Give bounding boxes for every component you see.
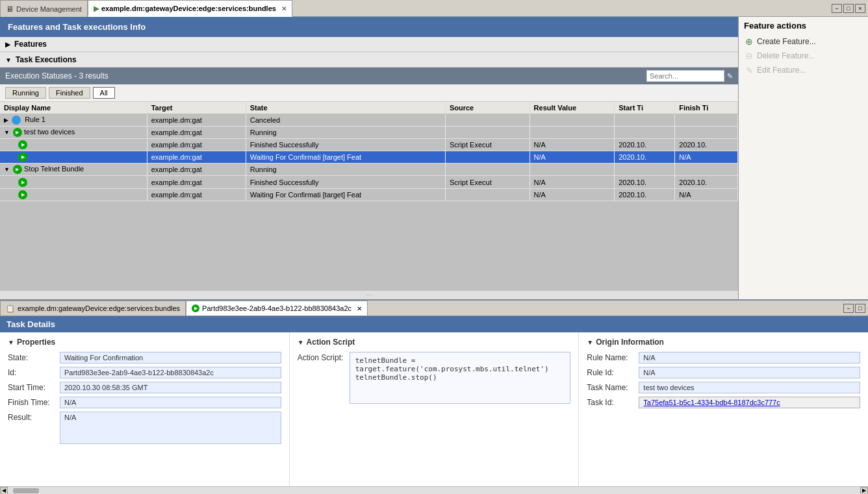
cell-result bbox=[530, 164, 615, 176]
cell-display-name: ▶ 🌐 Rule 1 bbox=[0, 114, 147, 127]
properties-column: ▼ Properties State: Waiting For Confirma… bbox=[0, 332, 290, 486]
play-icon-green: ▶ bbox=[13, 128, 22, 137]
table-row[interactable]: ▶ example.dm:gat Finished Successfully S… bbox=[0, 176, 738, 188]
action-script-field-label: Action Script: bbox=[298, 352, 350, 362]
tab-gateway[interactable]: ▶ example.dm:gatewayDevice:edge:services… bbox=[88, 0, 292, 17]
bottom-maximize-button[interactable]: □ bbox=[855, 304, 865, 313]
task-details-header: Task Details bbox=[0, 316, 868, 332]
scroll-right-button[interactable]: ▶ bbox=[860, 487, 868, 495]
cell-source: Script Execut bbox=[445, 176, 530, 188]
expand-arrow[interactable]: ▶ bbox=[4, 117, 8, 123]
delete-feature-item[interactable]: ⊖ Delete Feature... bbox=[739, 49, 868, 63]
cell-target: example.dm:gat bbox=[147, 164, 246, 176]
col-display-name: Display Name bbox=[0, 102, 147, 114]
scroll-left-button[interactable]: ◀ bbox=[0, 487, 8, 495]
search-input[interactable] bbox=[646, 70, 724, 82]
origin-task-id-value[interactable]: Ta75efa51-b5c1-4334-bdb4-8187dc3c777c bbox=[639, 397, 860, 408]
restore-button[interactable]: □ bbox=[843, 4, 854, 13]
prop-result-label: Result: bbox=[8, 412, 60, 422]
origin-rule-id-label: Rule Id: bbox=[587, 367, 639, 377]
action-script-label: Action Script bbox=[307, 338, 355, 347]
create-feature-item[interactable]: ⊕ Create Feature... bbox=[739, 34, 868, 49]
table-section: Execution Statuses - 3 results ✎ Running… bbox=[0, 68, 738, 299]
task-executions-section: ▼ Task Executions Execution Statuses - 3… bbox=[0, 53, 738, 299]
task-details-title: Task Details bbox=[6, 319, 55, 329]
bottom-tab-gateway[interactable]: 📋 example.dm:gatewayDevice:edge:services… bbox=[0, 301, 186, 315]
cell-state: Running bbox=[246, 127, 445, 139]
bottom-tab-task[interactable]: ▶ Partd983e3ee-2ab9-4ae3-b122-bb8830843a… bbox=[186, 301, 368, 315]
action-script-header: ▼ Action Script bbox=[298, 338, 571, 347]
scrollbar-thumb[interactable] bbox=[13, 488, 39, 493]
tab-close-button[interactable]: ✕ bbox=[281, 5, 287, 12]
col-state: State bbox=[246, 102, 445, 114]
task-executions-header[interactable]: ▼ Task Executions bbox=[0, 53, 738, 68]
prop-state-row: State: Waiting For Confirmation bbox=[8, 352, 281, 364]
bottom-minimize-button[interactable]: − bbox=[843, 304, 854, 313]
cell-result: N/A bbox=[530, 176, 615, 188]
tab-device-management[interactable]: 🖥 Device Management bbox=[0, 0, 88, 17]
device-mgmt-icon: 🖥 bbox=[6, 5, 14, 14]
prop-state-value: Waiting For Confirmation bbox=[60, 352, 281, 364]
cell-state: Finished Successfully bbox=[246, 139, 445, 151]
execution-statuses-label: Execution Statuses - 3 results bbox=[5, 71, 108, 80]
features-collapse-arrow: ▶ bbox=[5, 41, 10, 48]
prop-state-label: State: bbox=[8, 352, 60, 362]
bottom-scrollbar[interactable]: ▶ ◀ bbox=[0, 486, 868, 494]
bottom-window-controls: − □ bbox=[843, 301, 868, 315]
action-script-collapse-arrow: ▼ bbox=[298, 339, 304, 346]
cell-target: example.dm:gat bbox=[147, 188, 246, 201]
bottom-tab2-close[interactable]: ✕ bbox=[357, 305, 362, 312]
table-row[interactable]: ▼ ▶ Stop Telnet Bundle example.dm:gat Ru… bbox=[0, 164, 738, 176]
col-target: Target bbox=[147, 102, 246, 114]
delete-feature-icon: ⊖ bbox=[744, 51, 754, 61]
cell-state: Finished Successfully bbox=[246, 176, 445, 188]
prop-starttime-row: Start Time: 2020.10.30 08:58:35 GMT bbox=[8, 382, 281, 393]
properties-header: ▼ Properties bbox=[8, 338, 281, 347]
task-details-panel: Task Details ▼ Properties State: Waiting… bbox=[0, 316, 868, 486]
cell-display-name: ▶ bbox=[0, 188, 147, 201]
bottom-section: 📋 example.dm:gatewayDevice:edge:services… bbox=[0, 299, 868, 494]
play-icon-child2: ▶ bbox=[18, 178, 27, 187]
origin-rule-name-row: Rule Name: N/A bbox=[587, 352, 860, 364]
origin-task-id-row: Task Id: Ta75efa51-b5c1-4334-bdb4-8187dc… bbox=[587, 397, 860, 408]
cell-display-name: ▶ bbox=[0, 139, 147, 151]
cell-start: 2020.10. bbox=[615, 176, 675, 188]
cell-source bbox=[445, 164, 530, 176]
cell-target: example.dm:gat bbox=[147, 114, 246, 127]
filter-finished-button[interactable]: Finished bbox=[49, 87, 90, 99]
col-finish-time: Finish Ti bbox=[675, 102, 738, 114]
panel-title: Features and Task executions Info bbox=[8, 22, 146, 32]
table-row[interactable]: ▶ 🌐 Rule 1 example.dm:gat Canceled bbox=[0, 114, 738, 127]
col-source: Source bbox=[445, 102, 530, 114]
cell-start bbox=[615, 164, 675, 176]
table-row-selected[interactable]: ▶ example.dm:gat Waiting For Confirmati … bbox=[0, 151, 738, 164]
main-panel-header: Features and Task executions Info bbox=[0, 17, 738, 37]
table-row[interactable]: ▶ example.dm:gat Finished Successfully S… bbox=[0, 139, 738, 151]
prop-id-value: Partd983e3ee-2ab9-4ae3-b122-bb8830843a2c bbox=[60, 367, 281, 378]
edit-feature-item[interactable]: ✎ Edit Feature... bbox=[739, 63, 868, 77]
table-row[interactable]: ▶ example.dm:gat Waiting For Confirmati … bbox=[0, 188, 738, 201]
origin-info-header: ▼ Origin Information bbox=[587, 338, 860, 347]
play-icon-child: ▶ bbox=[18, 140, 27, 149]
expand-arrow[interactable]: ▼ bbox=[4, 166, 10, 173]
row-rule1-name: Rule 1 bbox=[25, 116, 45, 123]
delete-feature-label: Delete Feature... bbox=[757, 51, 815, 60]
clear-search-icon[interactable]: ✎ bbox=[727, 72, 733, 80]
action-script-column: ▼ Action Script Action Script: telnetBun… bbox=[290, 332, 580, 486]
features-header[interactable]: ▶ Features bbox=[0, 37, 738, 52]
prop-finishtime-row: Finish Time: N/A bbox=[8, 397, 281, 408]
minimize-button[interactable]: − bbox=[832, 4, 842, 13]
table-row[interactable]: ▼ ▶ test two devices example.dm:gat Runn… bbox=[0, 127, 738, 139]
origin-info-label: Origin Information bbox=[596, 338, 664, 347]
cell-target: example.dm:gat bbox=[147, 151, 246, 164]
cell-display-name: ▶ bbox=[0, 176, 147, 188]
tab-bar: 🖥 Device Management ▶ example.dm:gateway… bbox=[0, 0, 868, 17]
filter-all-button[interactable]: All bbox=[93, 87, 115, 99]
col-start-time: Start Ti bbox=[615, 102, 675, 114]
expand-arrow[interactable]: ▼ bbox=[4, 129, 10, 136]
filter-running-button[interactable]: Running bbox=[5, 87, 46, 99]
cell-finish bbox=[675, 164, 738, 176]
cell-state: Canceled bbox=[246, 114, 445, 127]
window-close-button[interactable]: × bbox=[855, 4, 865, 13]
origin-rule-id-value: N/A bbox=[639, 367, 860, 378]
